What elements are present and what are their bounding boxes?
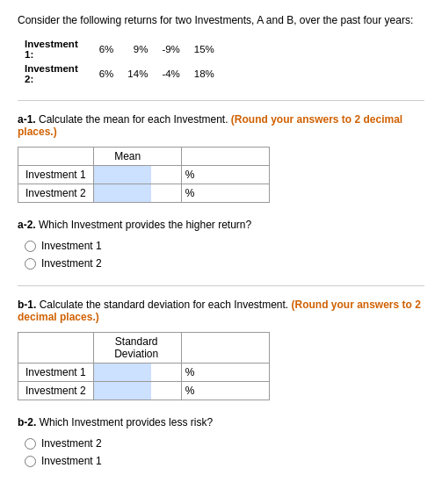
b1-inv1-label: Investment 1 (18, 364, 94, 382)
a1-inv2-input-cell (93, 184, 181, 203)
b2-option-inv2[interactable]: Investment 2 (25, 437, 424, 450)
a1-mean-header: Mean (93, 148, 181, 166)
a2-radio-group: Investment 1 Investment 2 (25, 240, 424, 270)
a2-label-inv2: Investment 2 (41, 257, 102, 270)
a1-inv1-input-cell (93, 166, 181, 184)
investment-2-row: Investment2: 6% 14% -4% 18% (18, 61, 221, 86)
a1-inv1-unit: % (181, 166, 269, 184)
a2-question: a-2. Which Investment provides the highe… (18, 219, 424, 231)
intro-text: Consider the following returns for two I… (18, 14, 424, 26)
a2-radio-inv1[interactable] (25, 241, 36, 252)
a1-inv2-unit: % (181, 184, 269, 203)
a1-table: Mean Investment 1 % Investment 2 % (18, 147, 270, 203)
b1-label: b-1. (18, 299, 36, 311)
a1-inv2-row: Investment 2 % (18, 184, 270, 203)
investment-1-label: Investment1: (18, 37, 92, 61)
b1-text: Calculate the standard deviation for eac… (40, 299, 292, 311)
investment-1-row: Investment1: 6% 9% -9% 15% (18, 37, 221, 61)
section-a1: a-1. Calculate the mean for each Investm… (18, 113, 424, 203)
b1-question: b-1. Calculate the standard deviation fo… (18, 299, 424, 323)
a2-radio-inv2[interactable] (25, 258, 36, 270)
a1-text: Calculate the mean for each Investment. (39, 113, 231, 126)
inv2-val4: 18% (187, 61, 221, 86)
inv2-val2: 14% (120, 61, 155, 86)
a1-unit-header (181, 148, 269, 166)
b1-table: StandardDeviation Investment 1 % Investm… (18, 332, 270, 400)
b2-radio-inv2[interactable] (25, 438, 36, 450)
b1-stddev-header: StandardDeviation (93, 333, 181, 364)
b1-empty-header (18, 333, 94, 364)
a1-inv1-input[interactable] (94, 166, 151, 184)
a2-option-inv1[interactable]: Investment 1 (25, 240, 424, 252)
a1-inv1-label: Investment 1 (18, 166, 94, 184)
inv1-val2: 9% (120, 37, 155, 61)
a1-inv1-row: Investment 1 % (18, 166, 270, 184)
b1-inv1-unit: % (181, 364, 269, 382)
b1-inv2-input[interactable] (94, 382, 151, 400)
a1-question: a-1. Calculate the mean for each Investm… (18, 113, 424, 138)
inv1-val4: 15% (187, 37, 221, 61)
investments-data-table: Investment1: 6% 9% -9% 15% Investment2: … (18, 37, 221, 86)
divider-1 (18, 100, 424, 101)
a2-text: Which Investment provides the higher ret… (39, 219, 251, 231)
a2-label-inv1: Investment 1 (41, 240, 102, 252)
b2-label: b-2. (18, 416, 36, 428)
b2-radio-group: Investment 2 Investment 1 (25, 437, 424, 467)
inv2-val1: 6% (92, 61, 121, 86)
a1-empty-header (18, 148, 94, 166)
b1-inv1-input[interactable] (94, 364, 151, 381)
inv2-val3: -4% (155, 61, 186, 86)
b2-option-inv1[interactable]: Investment 1 (25, 455, 424, 467)
a1-inv2-label: Investment 2 (18, 184, 94, 203)
investment-2-label: Investment2: (18, 61, 92, 86)
section-a2: a-2. Which Investment provides the highe… (18, 219, 424, 270)
b2-text: Which Investment provides less risk? (40, 416, 213, 428)
divider-2 (18, 285, 424, 286)
b2-label-inv1: Investment 1 (41, 455, 102, 467)
inv1-val1: 6% (92, 37, 121, 61)
b1-inv2-input-cell (93, 382, 181, 400)
section-b1: b-1. Calculate the standard deviation fo… (18, 299, 424, 400)
b2-radio-inv1[interactable] (25, 456, 36, 467)
section-b2: b-2. Which Investment provides less risk… (18, 416, 424, 467)
b1-inv1-input-cell (93, 364, 181, 382)
inv1-val3: -9% (155, 37, 186, 61)
b2-label-inv2: Investment 2 (41, 437, 102, 450)
a1-label: a-1. (18, 113, 36, 126)
b2-question: b-2. Which Investment provides less risk… (18, 416, 424, 428)
a1-inv2-input[interactable] (94, 184, 151, 202)
b1-unit-header (181, 333, 269, 364)
a2-label: a-2. (18, 219, 36, 231)
b1-inv2-unit: % (181, 382, 269, 400)
b1-inv1-row: Investment 1 % (18, 364, 270, 382)
a2-option-inv2[interactable]: Investment 2 (25, 257, 424, 270)
b1-inv2-row: Investment 2 % (18, 382, 270, 400)
b1-inv2-label: Investment 2 (18, 382, 94, 400)
